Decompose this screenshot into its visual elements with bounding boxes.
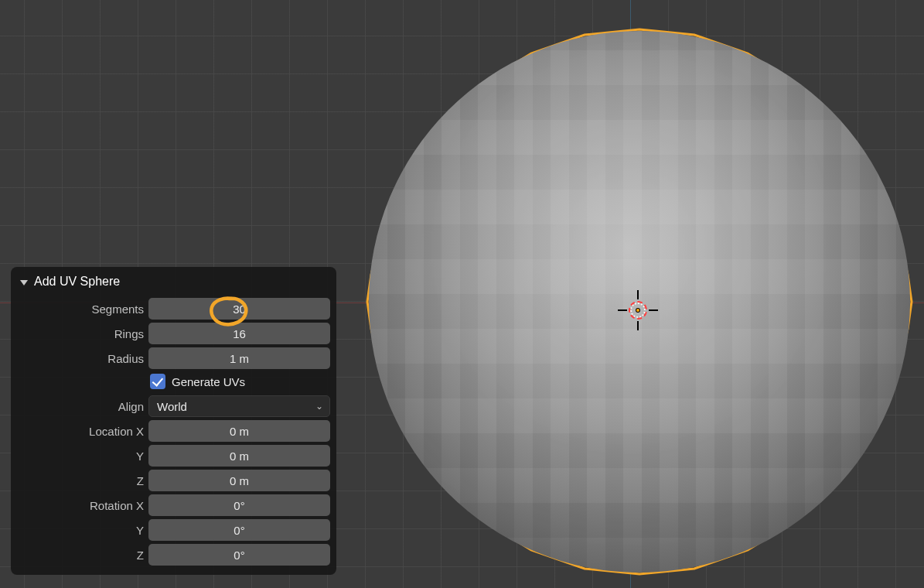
chevron-down-icon: ⌄: [315, 401, 323, 412]
radius-value: 1 m: [230, 352, 249, 365]
location-z-label: Z: [17, 474, 144, 487]
rotation-x-label: Rotation X: [17, 499, 144, 512]
location-z-field[interactable]: 0 m: [148, 470, 330, 491]
rings-value: 16: [233, 327, 246, 340]
rotation-x-field[interactable]: 0°: [148, 494, 330, 516]
location-y-field[interactable]: 0 m: [148, 445, 330, 467]
align-value: World: [157, 400, 187, 413]
generate-uvs-checkbox[interactable]: [150, 374, 165, 389]
panel-header[interactable]: Add UV Sphere: [17, 267, 330, 296]
rotation-y-value: 0°: [234, 524, 244, 537]
rotation-z-label: Z: [17, 549, 144, 562]
location-z-value: 0 m: [230, 474, 249, 487]
rings-label: Rings: [17, 327, 144, 340]
sphere-surface: [369, 31, 910, 573]
align-label: Align: [17, 400, 144, 413]
rings-field[interactable]: 16: [148, 323, 330, 344]
rotation-y-field[interactable]: 0°: [148, 519, 330, 541]
radius-label: Radius: [17, 352, 144, 365]
uv-sphere-object[interactable]: [365, 27, 914, 576]
panel-title: Add UV Sphere: [34, 275, 120, 289]
rotation-z-field[interactable]: 0°: [148, 544, 330, 566]
rotation-y-label: Y: [17, 524, 144, 537]
segments-label: Segments: [17, 303, 144, 316]
location-y-label: Y: [17, 450, 144, 463]
radius-field[interactable]: 1 m: [148, 347, 330, 369]
location-x-label: Location X: [17, 425, 144, 438]
segments-value: 30: [233, 303, 246, 316]
location-y-value: 0 m: [230, 450, 249, 463]
generate-uvs-label: Generate UVs: [172, 375, 245, 388]
location-x-field[interactable]: 0 m: [148, 420, 330, 442]
location-x-value: 0 m: [230, 425, 249, 438]
operator-panel: Add UV Sphere Segments 30 Rings 16 Radiu…: [11, 267, 336, 575]
rotation-z-value: 0°: [234, 549, 244, 562]
align-dropdown[interactable]: World ⌄: [148, 395, 330, 417]
rotation-x-value: 0°: [234, 499, 244, 512]
segments-field[interactable]: 30: [148, 298, 330, 320]
disclosure-icon: [20, 280, 28, 285]
